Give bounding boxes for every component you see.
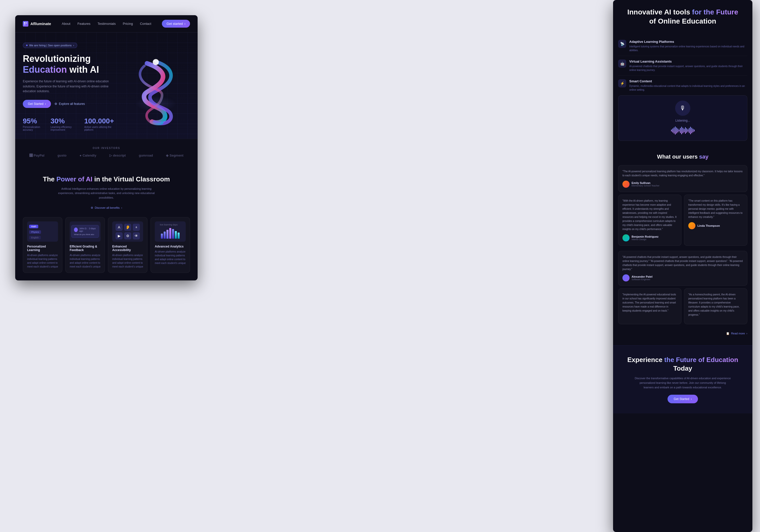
stat-users: 100.000+ Active users utilizing the plat…	[84, 117, 114, 131]
stat-efficiency: 30% Learning efficiency improvement	[51, 117, 77, 131]
nav-about[interactable]: About	[62, 22, 71, 25]
outer-frame: Aflluminate About Features Testimonials …	[0, 0, 760, 532]
read-more-link[interactable]: 📋 Read more ›	[618, 329, 747, 338]
wave-bar-1	[671, 129, 672, 131]
features-subtitle: Artificial Intelligence enhances online …	[56, 187, 157, 200]
wave-bar-3	[674, 127, 674, 133]
chat-header: John D. · 3 days ago	[74, 227, 96, 232]
wave-bar-13	[686, 128, 687, 133]
testimonial-card-2: "AI-powered chatbots that provide instan…	[618, 251, 747, 286]
feature-card-grading: John D. · 3 days ago What do you think a…	[65, 217, 105, 273]
nav-contact[interactable]: Contact	[140, 22, 151, 25]
svg-rect-0	[24, 22, 25, 24]
bar-4	[169, 228, 171, 239]
feature-card-desc-3: AI-driven platforms analyze individual l…	[112, 253, 143, 268]
author-role-1: Elementary School Teacher	[632, 184, 659, 187]
testimonials-section: What our users say "The AI-powered perso…	[613, 146, 752, 345]
wave-bar-11	[684, 129, 685, 132]
author-role-3: Interior Design	[632, 238, 658, 241]
logo[interactable]: Aflluminate	[23, 21, 51, 26]
author-avatar-3	[622, 234, 630, 241]
nav-cta-button[interactable]: Get started ›	[162, 20, 190, 27]
feature-item-desc-smart: Dynamic, multimedia educational content …	[629, 84, 747, 92]
testimonial-author-2: Alexander Patel Software Engineer	[622, 274, 743, 281]
main-browser-window: Aflluminate About Features Testimonials …	[15, 15, 198, 280]
voice-assistant-card: 🎙 Listening...	[618, 95, 747, 141]
testimonial-author-3: Benjamin Rodriguez Interior Design	[622, 234, 677, 241]
author-name-2: Alexander Patel	[632, 275, 652, 278]
feature-item-desc-virtual: AI-powered chatbots that provide instant…	[629, 64, 747, 72]
panel2-hero-title: Innovative AI tools for the Future of On…	[618, 8, 747, 26]
acc-icon-play: ▶	[116, 232, 122, 239]
voice-status: Listening...	[623, 119, 742, 122]
feature-card-title-2: Efficient Grading & Feedback	[70, 245, 101, 252]
testimonial-text-4: "The smart content on this platform has …	[688, 199, 743, 219]
testimonials-grid-2: "Implementing the AI-powered educational…	[618, 288, 747, 327]
bar-1	[161, 234, 163, 239]
testimonial-text-3: "With the AI-driven platform, my learnin…	[622, 199, 677, 231]
wave-bar-14	[688, 129, 688, 132]
testimonial-text-5: "Implementing the AI-powered educational…	[622, 293, 677, 313]
voice-mic-icon: 🎙	[675, 101, 690, 116]
author-avatar-2	[622, 274, 630, 281]
cta-button[interactable]: Get Started ›	[668, 395, 698, 403]
investors-logos: 🅿 PayPal gusto ● Calendly ▷ descript gum…	[23, 154, 190, 157]
wave-bar-6	[678, 128, 678, 132]
bar-6	[175, 231, 177, 239]
feature-card-personalized: Math Physics English Personalized Learni…	[23, 217, 62, 273]
author-name-1: Emily Sullivan	[632, 181, 659, 184]
testimonials-grid: "With the AI-driven platform, my learnin…	[618, 195, 747, 248]
nav-pricing[interactable]: Pricing	[123, 22, 133, 25]
wave-bar-8	[680, 128, 681, 133]
feature-item-desc-adaptive: Intelligent tutoring systems that person…	[629, 45, 747, 52]
feature-card-title-4: Advanced Analytics	[155, 245, 186, 248]
logo-icon	[23, 21, 28, 26]
wave-bar-9	[681, 127, 682, 134]
wave-bar-7	[679, 129, 680, 131]
bar-7	[177, 232, 180, 239]
feature-list: 📡 Adaptive Learning Platforms Intelligen…	[613, 36, 752, 95]
author-info-2: Alexander Patel Software Engineer	[632, 275, 652, 281]
testimonial-card-6: "As a homeschooling parent, the AI-drive…	[684, 288, 747, 324]
feature-card-desc-4: AI-driven platforms analyze individual l…	[155, 250, 186, 265]
nav-testimonials[interactable]: Testimonials	[98, 22, 116, 25]
testimonial-card-1: "The AI-powered personalized learning pl…	[618, 165, 747, 192]
investor-calendly: ● Calendly	[79, 154, 96, 157]
author-name-3: Benjamin Rodriguez	[632, 235, 658, 238]
testimonial-card-4: "The smart content on this platform has …	[684, 195, 747, 246]
panel2-hero: Innovative AI tools for the Future of On…	[613, 0, 752, 36]
cta-subtitle: Discover the transformative capabilities…	[635, 376, 731, 390]
features-title: The Power of AI in the Virtual Classroom	[23, 175, 190, 184]
get-started-button[interactable]: Get Started ›	[23, 100, 51, 108]
explore-features-button[interactable]: ⚙ Explore all features	[55, 102, 85, 106]
nav-features[interactable]: Features	[77, 22, 90, 25]
author-role-2: Software Engineer	[632, 278, 652, 281]
author-info-3: Benjamin Rodriguez Interior Design	[632, 235, 658, 241]
hiring-badge[interactable]: We are hiring | See open positions ›	[23, 43, 77, 48]
testimonial-text-2: "AI-powered chatbots that provide instan…	[622, 255, 743, 271]
virtual-icon: 🤖	[618, 60, 626, 68]
bar-2	[164, 231, 166, 239]
testimonials-title: What our users say	[618, 154, 747, 160]
svg-rect-1	[26, 22, 27, 24]
acc-icon-eye: 👁	[133, 232, 140, 239]
feature-card-accessibility: A 👂 a ▶ ⚙ 👁 Enhanced Accessibility AI-dr…	[108, 217, 147, 273]
feature-card-analytics: tive learning days	[151, 217, 190, 273]
author-avatar-1	[622, 181, 630, 188]
svg-point-4	[153, 59, 159, 65]
feature-card-desc-1: AI-driven platforms analyze individual l…	[27, 253, 58, 268]
feature-card-image-2: John D. · 3 days ago What do you think a…	[70, 221, 101, 242]
investor-descript: ▷ descript	[110, 154, 126, 157]
hero-dot	[26, 45, 27, 46]
discover-link[interactable]: ⚙ Discover all benefits ›	[91, 206, 122, 210]
hero-buttons: Get Started › ⚙ Explore all features	[23, 100, 114, 108]
feature-item-title-smart: Smart Content	[629, 79, 747, 83]
author-avatar-4	[688, 222, 695, 229]
stat-personalization: 95% Personalization accuracy	[23, 117, 43, 131]
wave-bar-10	[683, 128, 683, 133]
cta-title: Experience the Future of Education Today	[618, 356, 747, 373]
smart-content-icon: ⚡	[618, 79, 626, 87]
feature-item-text-3: Smart Content Dynamic, multimedia educat…	[629, 79, 747, 92]
testimonial-author-4: Linda Thompson	[688, 222, 743, 229]
feature-item-title-virtual: Virtual Learning Assistants	[629, 60, 747, 63]
